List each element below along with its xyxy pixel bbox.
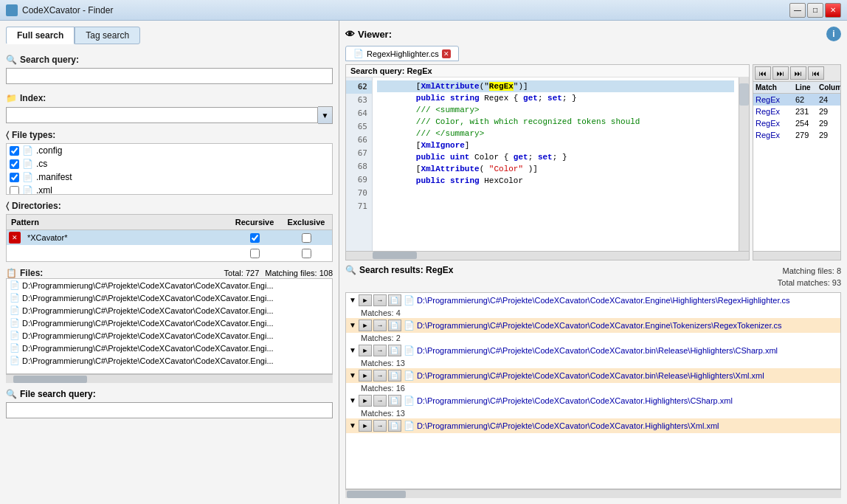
file-icon: 📄 bbox=[10, 293, 20, 303]
files-list: 📄D:\Programmierung\C#\Projekte\CodeXCava… bbox=[6, 278, 333, 374]
info-icon[interactable]: i bbox=[826, 27, 841, 41]
result-action-3c[interactable]: 📄 bbox=[388, 345, 401, 356]
result-action-3b[interactable]: → bbox=[373, 345, 387, 356]
code-scrollbar-v[interactable] bbox=[739, 77, 749, 251]
result-expand-4[interactable]: ▼ bbox=[349, 371, 356, 379]
result-action-5b[interactable]: → bbox=[373, 395, 387, 407]
result-expand-5[interactable]: ▼ bbox=[349, 396, 356, 404]
match-first-button[interactable]: ⏮ bbox=[755, 66, 771, 80]
result-file-row-6[interactable]: ▼ ► → 📄 📄 D:\Programmierung\C#\Projekte\… bbox=[346, 418, 840, 433]
result-action-4c[interactable]: 📄 bbox=[388, 370, 401, 382]
file-type-cs-checkbox[interactable] bbox=[10, 159, 19, 169]
dir-empty-exclusive-checkbox[interactable] bbox=[302, 249, 311, 258]
result-action-6b[interactable]: → bbox=[373, 420, 387, 432]
result-action-4a[interactable]: ► bbox=[359, 370, 372, 382]
match-scrollbar-h[interactable] bbox=[753, 251, 840, 260]
match-row-3[interactable]: RegEx 254 29 bbox=[753, 117, 840, 129]
match-last-button[interactable]: ⏮ bbox=[808, 66, 824, 80]
result-action-2b[interactable]: → bbox=[373, 320, 387, 331]
files-scrollbar-h[interactable] bbox=[6, 374, 333, 383]
file-item[interactable]: 📄D:\Programmierung\C#\Projekte\CodeXCava… bbox=[7, 329, 332, 342]
match-line-4: 279 bbox=[793, 130, 817, 140]
file-type-config-checkbox[interactable] bbox=[10, 146, 19, 156]
result-expand-3[interactable]: ▼ bbox=[349, 346, 356, 354]
search-results-stats: Matching files: 8 Total matches: 93 bbox=[778, 265, 841, 289]
file-type-manifest-checkbox[interactable] bbox=[10, 173, 19, 182]
result-group-3: ▼ ► → 📄 📄 D:\Programmierung\C#\Projekte\… bbox=[346, 343, 840, 368]
viewer-icon: 👁 bbox=[345, 29, 355, 40]
file-item[interactable]: 📄D:\Programmierung\C#\Projekte\CodeXCava… bbox=[7, 291, 332, 304]
result-action-1c[interactable]: 📄 bbox=[388, 294, 401, 306]
result-action-5c[interactable]: 📄 bbox=[388, 395, 401, 407]
result-file-row-4[interactable]: ▼ ► → 📄 📄 D:\Programmierung\C#\Projekte\… bbox=[346, 368, 840, 383]
match-value-2: RegEx bbox=[753, 106, 793, 117]
result-action-1b[interactable]: → bbox=[373, 294, 387, 306]
dir-col-recursive-header: Recursive bbox=[229, 216, 280, 228]
code-hscroll-thumb bbox=[373, 252, 417, 259]
search-query-input[interactable]: RegEx bbox=[6, 68, 333, 84]
results-scrollbar-h[interactable] bbox=[345, 489, 841, 498]
result-expand-6[interactable]: ▼ bbox=[349, 421, 356, 429]
left-panel: Full search Tag search 🔍 Search query: R… bbox=[0, 21, 339, 504]
close-button[interactable]: ✕ bbox=[825, 3, 841, 18]
result-action-3a[interactable]: ► bbox=[359, 345, 372, 356]
result-action-2a[interactable]: ► bbox=[359, 320, 372, 331]
result-file-icon-6: 📄 bbox=[404, 421, 415, 431]
file-type-config-label: .config bbox=[36, 145, 62, 156]
index-dropdown-button[interactable]: ▼ bbox=[318, 106, 333, 124]
cs-file-icon: 📄 bbox=[353, 49, 364, 58]
file-type-xml-checkbox[interactable] bbox=[10, 186, 19, 196]
result-action-btns-1: ► → 📄 bbox=[359, 294, 401, 306]
result-expand-1[interactable]: ▼ bbox=[349, 296, 356, 304]
dir-recursive-checkbox[interactable] bbox=[250, 233, 260, 243]
index-select[interactable]: TestIndex bbox=[6, 107, 318, 123]
result-action-6a[interactable]: ► bbox=[359, 420, 372, 432]
result-action-4b[interactable]: → bbox=[373, 370, 387, 382]
result-file-row-1[interactable]: ▼ ► → 📄 📄 D:\Programmierung\C#\Projekte\… bbox=[346, 293, 840, 308]
file-item[interactable]: 📄D:\Programmierung\C#\Projekte\CodeXCava… bbox=[7, 279, 332, 291]
match-row-2[interactable]: RegEx 231 29 bbox=[753, 106, 840, 117]
index-row: TestIndex ▼ bbox=[6, 106, 333, 124]
file-search-input[interactable]: CodeX* bbox=[6, 402, 333, 418]
file-item[interactable]: 📄D:\Programmierung\C#\Projekte\CodeXCava… bbox=[7, 342, 332, 354]
file-item[interactable]: 📄D:\Programmierung\C#\Projekte\CodeXCava… bbox=[7, 304, 332, 317]
maximize-button[interactable]: □ bbox=[807, 3, 823, 18]
dir-exclusive-check bbox=[280, 233, 332, 243]
match-prev-button[interactable]: ⏭ bbox=[772, 66, 789, 80]
result-action-5a[interactable]: ► bbox=[359, 395, 372, 407]
result-group-5: ▼ ► → 📄 📄 D:\Programmierung\C#\Projekte\… bbox=[346, 393, 840, 418]
file-type-item: 📄 .config bbox=[7, 144, 332, 157]
match-line-2: 231 bbox=[793, 106, 817, 117]
match-next-button[interactable]: ⏭ bbox=[790, 66, 806, 80]
viewer-label: 👁 Viewer: bbox=[345, 29, 392, 40]
result-group-4: ▼ ► → 📄 📄 D:\Programmierung\C#\Projekte\… bbox=[346, 368, 840, 393]
tab-full-search[interactable]: Full search bbox=[6, 27, 75, 44]
dir-empty-recursive-checkbox[interactable] bbox=[250, 249, 260, 258]
tab-tag-search[interactable]: Tag search bbox=[75, 27, 140, 44]
result-file-row-5[interactable]: ▼ ► → 📄 📄 D:\Programmierung\C#\Projekte\… bbox=[346, 393, 840, 408]
dir-exclusive-checkbox[interactable] bbox=[302, 233, 311, 243]
result-action-1a[interactable]: ► bbox=[359, 294, 372, 306]
matching-files-stat: Matching files: 8 bbox=[778, 265, 841, 277]
file-item[interactable]: 📄D:\Programmierung\C#\Projekte\CodeXCava… bbox=[7, 317, 332, 329]
result-action-2c[interactable]: 📄 bbox=[388, 320, 401, 331]
code-scrollbar-h[interactable] bbox=[346, 251, 749, 260]
files-matching: Matching files: 108 bbox=[265, 269, 333, 277]
dir-remove-button[interactable]: ✕ bbox=[9, 232, 21, 244]
viewer-tab-regexhighlighter[interactable]: 📄 RegexHighlighter.cs ✕ bbox=[345, 46, 459, 61]
file-icon: 📄 bbox=[10, 331, 20, 340]
match-row-1[interactable]: RegEx 62 24 bbox=[753, 94, 840, 106]
file-type-manifest-label: .manifest bbox=[36, 172, 72, 182]
file-item[interactable]: 📄D:\Programmierung\C#\Projekte\CodeXCava… bbox=[7, 354, 332, 367]
file-icon: 📄 bbox=[10, 280, 20, 290]
result-action-6c[interactable]: 📄 bbox=[388, 420, 401, 432]
match-row-4[interactable]: RegEx 279 29 bbox=[753, 129, 840, 141]
file-icon: 📄 bbox=[22, 185, 33, 195]
file-types-container: 📄 .config 📄 .cs 📄 .manifest 📄 .xml bbox=[6, 143, 333, 195]
code-line-66: /// </summary> bbox=[377, 128, 734, 139]
viewer-tab-close-button[interactable]: ✕ bbox=[442, 49, 451, 58]
result-file-row-3[interactable]: ▼ ► → 📄 📄 D:\Programmierung\C#\Projekte\… bbox=[346, 343, 840, 358]
result-expand-2[interactable]: ▼ bbox=[349, 321, 356, 329]
minimize-button[interactable]: — bbox=[789, 3, 806, 18]
result-file-row-2[interactable]: ▼ ► → 📄 📄 D:\Programmierung\C#\Projekte\… bbox=[346, 318, 840, 333]
